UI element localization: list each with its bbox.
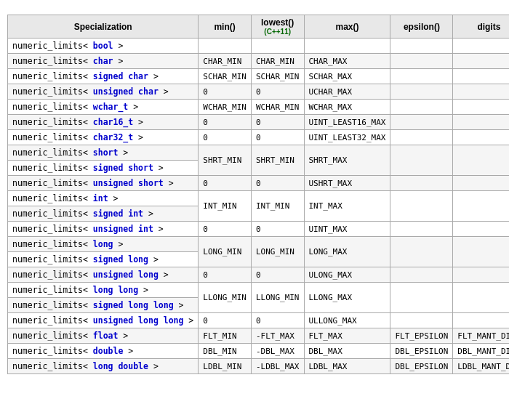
table-row: numeric_limits< float >FLT_MIN-FLT_MAXFL… bbox=[8, 328, 510, 344]
max-cell: LLONG_MAX bbox=[304, 283, 390, 313]
table-row: numeric_limits< unsigned char >00UCHAR_M… bbox=[8, 84, 510, 100]
min-cell bbox=[199, 39, 252, 54]
lowest-cell: -LDBL_MAX bbox=[251, 359, 304, 374]
max-cell: DBL_MAX bbox=[304, 344, 390, 359]
table-row: numeric_limits< unsigned short >00USHRT_… bbox=[8, 176, 510, 191]
min-cell: 0 bbox=[199, 84, 252, 100]
min-cell: FLT_MIN bbox=[199, 328, 252, 344]
lowest-cell: 0 bbox=[251, 176, 304, 191]
main-table: Specialization min() lowest() (C++11) ma… bbox=[7, 15, 509, 374]
spec-cell: numeric_limits< short > bbox=[8, 145, 199, 161]
col-digits: digits bbox=[453, 15, 509, 39]
digits-cell bbox=[453, 267, 509, 283]
table-row: numeric_limits< bool > bbox=[8, 39, 510, 54]
spec-cell: numeric_limits< char32_t > bbox=[8, 130, 199, 145]
min-cell: 0 bbox=[199, 115, 252, 130]
lowest-cell: 0 bbox=[251, 267, 304, 283]
min-cell: LLONG_MIN bbox=[199, 283, 252, 313]
col-max: max() bbox=[304, 15, 390, 39]
spec-cell: numeric_limits< unsigned char > bbox=[8, 84, 199, 100]
digits-cell bbox=[453, 145, 509, 176]
digits-cell bbox=[453, 283, 509, 313]
digits-cell: DBL_MANT_DIG bbox=[453, 344, 509, 359]
spec-cell: numeric_limits< signed long long > bbox=[8, 298, 199, 313]
digits-cell bbox=[453, 100, 509, 115]
col-min: min() bbox=[199, 15, 252, 39]
table-row: numeric_limits< wchar_t >WCHAR_MINWCHAR_… bbox=[8, 100, 510, 115]
spec-cell: numeric_limits< signed long > bbox=[8, 252, 199, 267]
min-cell: WCHAR_MIN bbox=[199, 100, 252, 115]
max-cell: LDBL_MAX bbox=[304, 359, 390, 374]
digits-cell bbox=[453, 222, 509, 237]
digits-cell bbox=[453, 115, 509, 130]
table-row: numeric_limits< long >LONG_MINLONG_MINLO… bbox=[8, 237, 510, 252]
digits-cell bbox=[453, 176, 509, 191]
lowest-cell: 0 bbox=[251, 115, 304, 130]
table-row: numeric_limits< unsigned int >00UINT_MAX bbox=[8, 222, 510, 237]
digits-cell bbox=[453, 191, 509, 222]
max-cell: FLT_MAX bbox=[304, 328, 390, 344]
digits-cell bbox=[453, 313, 509, 328]
digits-cell: FLT_MANT_DIG bbox=[453, 328, 509, 344]
table-row: numeric_limits< short >SHRT_MINSHRT_MINS… bbox=[8, 145, 510, 161]
max-cell: INT_MAX bbox=[304, 191, 390, 222]
col-specialization: Specialization bbox=[8, 15, 199, 39]
spec-cell: numeric_limits< bool > bbox=[8, 39, 199, 54]
spec-cell: numeric_limits< signed char > bbox=[8, 69, 199, 84]
spec-cell: numeric_limits< int > bbox=[8, 191, 199, 206]
lowest-cell: SHRT_MIN bbox=[251, 145, 304, 176]
epsilon-cell bbox=[390, 176, 453, 191]
epsilon-cell bbox=[390, 100, 453, 115]
max-cell bbox=[304, 39, 390, 54]
min-cell: INT_MIN bbox=[199, 191, 252, 222]
spec-cell: numeric_limits< unsigned int > bbox=[8, 222, 199, 237]
spec-cell: numeric_limits< long long > bbox=[8, 283, 199, 298]
lowest-cell bbox=[251, 39, 304, 54]
table-row: numeric_limits< signed char >SCHAR_MINSC… bbox=[8, 69, 510, 84]
spec-cell: numeric_limits< unsigned long > bbox=[8, 267, 199, 283]
epsilon-cell bbox=[390, 313, 453, 328]
spec-cell: numeric_limits< float > bbox=[8, 328, 199, 344]
max-cell: SCHAR_MAX bbox=[304, 69, 390, 84]
max-cell: UINT_MAX bbox=[304, 222, 390, 237]
spec-cell: numeric_limits< signed short > bbox=[8, 161, 199, 176]
table-row: numeric_limits< int >INT_MININT_MININT_M… bbox=[8, 191, 510, 206]
col-lowest-sub: (C++11) bbox=[256, 28, 300, 36]
epsilon-cell bbox=[390, 145, 453, 176]
min-cell: LDBL_MIN bbox=[199, 359, 252, 374]
min-cell: 0 bbox=[199, 313, 252, 328]
min-cell: CHAR_MIN bbox=[199, 54, 252, 69]
epsilon-cell bbox=[390, 84, 453, 100]
table-row: numeric_limits< char >CHAR_MINCHAR_MINCH… bbox=[8, 54, 510, 69]
epsilon-cell bbox=[390, 39, 453, 54]
epsilon-cell bbox=[390, 54, 453, 69]
epsilon-cell bbox=[390, 222, 453, 237]
max-cell: ULLONG_MAX bbox=[304, 313, 390, 328]
table-row: numeric_limits< char16_t >00UINT_LEAST16… bbox=[8, 115, 510, 130]
spec-cell: numeric_limits< unsigned long long > bbox=[8, 313, 199, 328]
max-cell: ULONG_MAX bbox=[304, 267, 390, 283]
digits-cell bbox=[453, 84, 509, 100]
lowest-cell: -DBL_MAX bbox=[251, 344, 304, 359]
digits-cell bbox=[453, 69, 509, 84]
max-cell: UINT_LEAST16_MAX bbox=[304, 115, 390, 130]
min-cell: 0 bbox=[199, 222, 252, 237]
max-cell: UINT_LEAST32_MAX bbox=[304, 130, 390, 145]
spec-cell: numeric_limits< wchar_t > bbox=[8, 100, 199, 115]
spec-cell: numeric_limits< long > bbox=[8, 237, 199, 252]
table-row: numeric_limits< unsigned long long >00UL… bbox=[8, 313, 510, 328]
spec-cell: numeric_limits< char > bbox=[8, 54, 199, 69]
min-cell: LONG_MIN bbox=[199, 237, 252, 267]
epsilon-cell bbox=[390, 115, 453, 130]
epsilon-cell bbox=[390, 237, 453, 267]
max-cell: UCHAR_MAX bbox=[304, 84, 390, 100]
lowest-cell: INT_MIN bbox=[251, 191, 304, 222]
spec-cell: numeric_limits< double > bbox=[8, 344, 199, 359]
max-cell: SHRT_MAX bbox=[304, 145, 390, 176]
table-row: numeric_limits< char32_t >00UINT_LEAST32… bbox=[8, 130, 510, 145]
max-cell: LONG_MAX bbox=[304, 237, 390, 267]
lowest-cell: 0 bbox=[251, 222, 304, 237]
spec-cell: numeric_limits< long double > bbox=[8, 359, 199, 374]
max-cell: WCHAR_MAX bbox=[304, 100, 390, 115]
epsilon-cell bbox=[390, 130, 453, 145]
